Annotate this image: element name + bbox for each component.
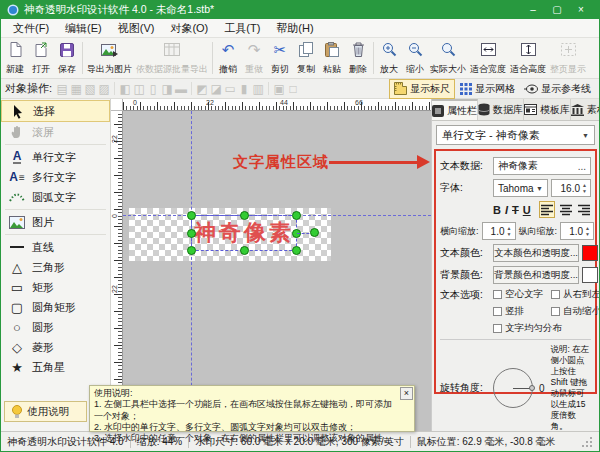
layer-op-icon[interactable]: ▨ (97, 82, 111, 96)
export-image-button[interactable]: 导出为图片 (85, 39, 134, 77)
rotation-dial[interactable] (493, 368, 533, 408)
redo-button[interactable]: ↷ 重做 (241, 39, 267, 77)
fit-width-button[interactable]: 适合宽度 (468, 39, 508, 77)
resize-handle-bottom-left[interactable] (187, 246, 196, 255)
tool-line[interactable]: 直线 (1, 237, 110, 257)
save-button[interactable]: 保存 (54, 39, 80, 77)
menu-help[interactable]: 帮助(H) (268, 19, 321, 38)
v-scale-stepper[interactable]: 1.0 (560, 222, 594, 240)
minimize-icon[interactable]: – (521, 1, 545, 19)
layer-op-icon[interactable]: ▤ (55, 82, 69, 96)
drawing-surface[interactable]: 神奇像素 文字属性区域 (123, 111, 431, 431)
resize-handle-bottom-middle[interactable] (240, 246, 249, 255)
menu-object[interactable]: 对象(O) (162, 19, 216, 38)
tab-templates[interactable]: 模板库 (524, 99, 571, 120)
zoom-out-button[interactable]: 缩小 (402, 39, 428, 77)
align-op-icon[interactable]: ◨ (160, 82, 174, 96)
font-size-stepper[interactable]: 16.0 (551, 179, 591, 197)
copy-button[interactable]: 复制 (293, 39, 319, 77)
distribute-op-icon[interactable]: ◪ (209, 82, 223, 96)
resize-handle-bottom-right[interactable] (292, 246, 301, 255)
tool-single-line-text[interactable]: A 单行文字 (1, 147, 110, 167)
group-op-icon[interactable]: ▣ (272, 82, 286, 96)
menu-edit[interactable]: 编辑(E) (57, 19, 110, 38)
layer-op-icon[interactable]: ▦ (69, 82, 83, 96)
align-op-icon[interactable]: ◧ (118, 82, 132, 96)
selection-box[interactable]: 神奇像素 (191, 215, 297, 251)
tool-diamond[interactable]: ◇ 菱形 (1, 337, 110, 357)
resize-grip[interactable] (581, 436, 593, 448)
maximize-icon[interactable]: ▢ (545, 1, 569, 19)
actual-size-button[interactable]: 实际大小 (428, 39, 468, 77)
menu-view[interactable]: 视图(V) (110, 19, 163, 38)
tool-rectangle[interactable]: ▭ 矩形 (1, 277, 110, 297)
text-data-input[interactable]: 神奇像素 ... (493, 157, 591, 175)
more-button[interactable]: ... (578, 161, 586, 172)
fit-height-button[interactable]: 适合高度 (508, 39, 548, 77)
checkbox-even-distribution[interactable]: 文字均匀分布 (493, 322, 549, 335)
italic-button[interactable]: I (505, 202, 508, 218)
checkbox-vertical-text[interactable]: 竖排 (493, 305, 549, 318)
tool-star[interactable]: ★ 五角星 (1, 357, 110, 377)
align-op-icon[interactable]: ▯ (146, 82, 160, 96)
resize-handle-top-middle[interactable] (240, 211, 249, 220)
text-color-swatch[interactable] (582, 245, 598, 261)
resize-handle-top-left[interactable] (187, 211, 196, 220)
checkbox-auto-shrink-font[interactable]: 自动缩小字体 (551, 305, 600, 318)
align-center-button[interactable] (559, 201, 573, 218)
bg-color-button[interactable]: 背景颜色和透明度... (493, 266, 579, 284)
rotation-handle[interactable] (310, 228, 319, 237)
watermark-text-object[interactable]: 神奇像素 (192, 216, 296, 250)
menu-tools[interactable]: 工具(T) (216, 19, 268, 38)
dial-knob[interactable] (529, 385, 535, 391)
help-button[interactable]: 使用说明 (4, 401, 87, 422)
layer-op-icon[interactable]: ▧ (83, 82, 97, 96)
paste-button[interactable]: 粘贴 (319, 39, 345, 77)
vertical-ruler[interactable]: 22 0 22 (111, 111, 123, 431)
show-grid-button[interactable]: 显示网格 (456, 80, 519, 98)
cut-button[interactable]: ✂ 剪切 (267, 39, 293, 77)
group-op-icon[interactable]: □ (286, 82, 300, 96)
object-selector-dropdown[interactable]: 单行文字 - 神奇像素 ▼ (436, 125, 595, 145)
tool-multi-line-text[interactable]: A 多行文字 (1, 167, 110, 187)
distribute-op-icon[interactable]: ▮ (237, 82, 251, 96)
align-op-icon[interactable]: ◫ (132, 82, 146, 96)
close-icon[interactable]: × (569, 1, 593, 19)
show-guides-button[interactable]: 显示参考线 (520, 80, 595, 98)
align-left-button[interactable] (539, 201, 555, 218)
bold-button[interactable]: B (493, 202, 501, 218)
open-button[interactable]: 打开 (28, 39, 54, 77)
tool-arc-text[interactable]: 圆弧文字 (1, 187, 110, 207)
tool-pan[interactable]: 滚屏 (1, 122, 110, 142)
horizontal-ruler[interactable]: 0 22 44 66 (111, 99, 431, 111)
undo-button[interactable]: ↶ 撤销 (215, 39, 241, 77)
tool-triangle[interactable]: △ 三角形 (1, 257, 110, 277)
tool-circle[interactable]: ○ 圆形 (1, 317, 110, 337)
tool-select[interactable]: 选择 (1, 100, 110, 122)
whole-page-button[interactable]: 整页显示 (548, 39, 588, 77)
tab-properties[interactable]: 属性栏 (432, 99, 478, 120)
new-button[interactable]: 新建 (2, 39, 28, 77)
distribute-op-icon[interactable]: ◩ (195, 82, 209, 96)
align-op-icon[interactable]: ▬ (174, 82, 188, 96)
underline-button[interactable]: U (523, 202, 531, 218)
tab-materials[interactable]: 素材库 (571, 99, 600, 120)
show-ruler-button[interactable]: 显示标尺 (389, 79, 455, 99)
tool-rounded-rectangle[interactable]: ▢ 圆角矩形 (1, 297, 110, 317)
checkbox-right-to-left[interactable]: 从右到左显示 (551, 288, 600, 301)
batch-export-button[interactable]: 依数据源批量导出 (134, 39, 210, 77)
bg-color-swatch[interactable] (582, 267, 598, 283)
canvas-area[interactable]: 0 22 44 66 22 0 22 神奇像素 (111, 99, 431, 431)
strikethrough-button[interactable]: T (512, 202, 519, 218)
resize-handle-top-right[interactable] (292, 211, 301, 220)
distribute-op-icon[interactable]: ▭ (223, 82, 237, 96)
text-color-button[interactable]: 文本颜色和透明度... (493, 244, 579, 262)
delete-button[interactable]: 删除 (345, 39, 371, 77)
tool-image[interactable]: 图片 (1, 212, 110, 232)
align-right-button[interactable] (577, 201, 591, 218)
tab-database[interactable]: 数据库 (478, 99, 524, 120)
menu-file[interactable]: 文件(F) (5, 19, 57, 38)
distribute-op-icon[interactable]: ▥ (251, 82, 265, 96)
checkbox-hollow-text[interactable]: 空心文字 (493, 288, 549, 301)
font-family-dropdown[interactable]: Tahoma ▼ (493, 179, 548, 197)
